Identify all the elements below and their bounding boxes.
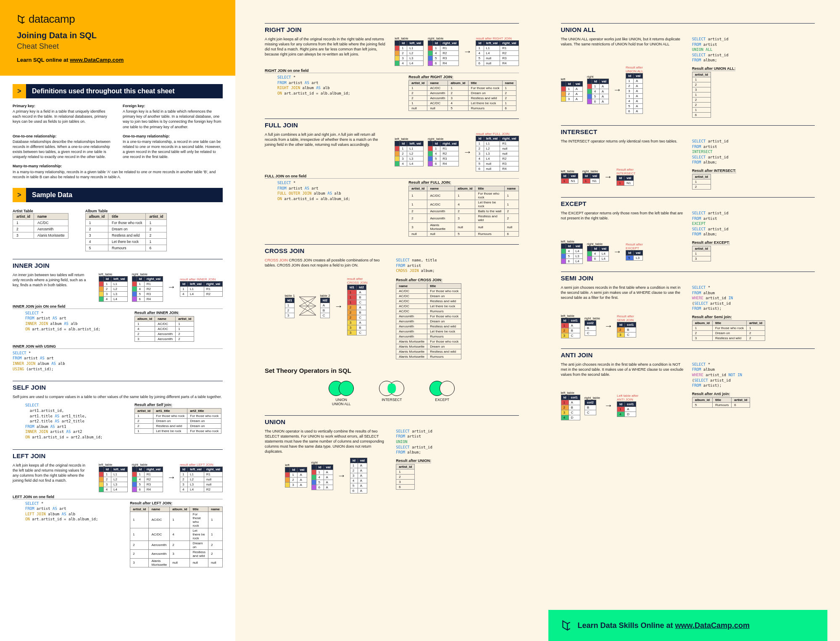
- def-o2m-term: One-to-many relationship:: [123, 134, 223, 139]
- header-block: datacamp Joining Data in SQL Cheat Sheet…: [0, 0, 235, 76]
- anti-code: SELECT * FROM album WHERE artist_id NOT …: [692, 362, 815, 388]
- self-result-table: artist_idart1_titleart2_title1For those …: [134, 408, 221, 434]
- album-caption: Album Table: [85, 209, 167, 213]
- full-diagram: left_table idleft_val 1L12L2 3L34L4 righ…: [395, 132, 519, 171]
- chevron-icon: >: [13, 188, 26, 202]
- arrow-icon: →: [613, 247, 621, 256]
- except-result-table: artist_id13: [692, 246, 711, 261]
- intersect-diagram: left_table idval 1N1 right_table idval 1…: [561, 168, 684, 186]
- cross-code: SELECT name, title FROM artist CROSS JOI…: [396, 258, 519, 274]
- except-res-label: Result after EXCEPT:: [692, 240, 730, 245]
- arrow-icon: →: [463, 147, 471, 157]
- arrow-icon: →: [337, 471, 346, 480]
- album-table: album_idtitleartist_id1For those who roc…: [85, 213, 167, 251]
- cross-desc: CROSS JOIN CROSS JOIN creates all possib…: [265, 258, 387, 268]
- definitions-grid: Primary key: A primary key is a field in…: [0, 103, 235, 179]
- logo: datacamp: [17, 13, 219, 26]
- inner-code2: SELECT * FROM artist AS art INNER JOIN a…: [13, 351, 223, 372]
- semi-diagram: left_table idcol1 1A2B3C right_table col…: [561, 314, 684, 338]
- column-left: datacamp Joining Data in SQL Cheat Sheet…: [0, 0, 235, 641]
- unionall-result-table: artist_id12312216: [692, 72, 711, 118]
- union-result-table: artist_id1236: [396, 464, 415, 490]
- arrow-icon: →: [613, 85, 621, 95]
- definitions-bar: > Definitions used throughout this cheat…: [13, 84, 223, 98]
- arrow-icon: →: [604, 401, 613, 410]
- semi-result-table: album_idtitleartist_id1For those who roc…: [692, 320, 765, 341]
- right-code: SELECT * FROM artist AS art RIGHT JOIN a…: [277, 75, 387, 96]
- full-join-h: FULL JOIN: [265, 119, 519, 129]
- union-desc: The UNION operator is used to vertically…: [265, 429, 387, 454]
- unionall-h: UNION ALL: [561, 23, 815, 33]
- left-code: SELECT * FROM artist AS art LEFT JOIN al…: [25, 501, 109, 522]
- intersect-res-label: Result after INTERSECT:: [692, 169, 736, 173]
- def-o2m-body: In a one-to-many relationship, a record …: [123, 139, 223, 160]
- anti-h: ANTI JOIN: [561, 348, 815, 359]
- left-result-table: artist_idnamealbum_idtitlename1AC/DC1For…: [130, 506, 223, 567]
- semi-res-label: Result after Semi join:: [692, 315, 732, 319]
- right-sub: RIGHT JOIN on one field: [265, 69, 519, 73]
- arrow-icon: →: [604, 321, 613, 331]
- datacamp-logo-icon: [561, 620, 572, 631]
- self-join-h: SELF JOIN: [13, 381, 223, 391]
- intersect-h: INTERSECT: [561, 125, 815, 135]
- brand-text: datacamp: [29, 13, 75, 26]
- unionall-desc: The UNION ALL operator works just like U…: [561, 37, 684, 47]
- left-join-h: LEFT JOIN: [13, 449, 223, 459]
- full-res-label: Result after FULL JOIN:: [408, 180, 451, 185]
- inner-sub1: INNER JOIN join ON one field: [13, 304, 223, 309]
- self-desc: Self-joins are used to compare values in…: [13, 394, 223, 399]
- anti-diagram: left_table idcol1 1A2B 3C4D right_table …: [561, 391, 684, 420]
- cross-diagram: table 1 id1123 table 2 id2ABC → result a…: [265, 277, 387, 335]
- footer-banner[interactable]: Learn Data Skills Online at www.DataCamp…: [548, 610, 828, 641]
- inner-res-label: Result after INNER JOIN:: [134, 311, 179, 315]
- inner-result-table: album_idnameartist_id1AC/DC14AC/DC12Aero…: [134, 316, 194, 342]
- except-desc: The EXCEPT operator returns only those r…: [561, 211, 684, 221]
- datacamp-logo-icon: [17, 15, 26, 24]
- full-result-table: artist_idnamealbum_idtitlename1AC/DC1For…: [408, 186, 519, 237]
- cross-join-h: CROSS JOIN: [265, 244, 519, 254]
- unionall-diagram: left idval 1A2A 3A right idval 1A4A 5A6A…: [561, 66, 684, 114]
- arrow-icon: →: [604, 172, 612, 182]
- learn-link[interactable]: Learn SQL online at www.DataCamp.com: [17, 57, 219, 63]
- union-diagram: left idval 1A2A 3A right idval 1A4A 5A6A…: [265, 458, 387, 493]
- intersect-code: SELECT artist_id FROM artist INTERSECT S…: [692, 139, 815, 165]
- setops-heading: Set Theory Operators in SQL: [265, 367, 519, 374]
- left-res-label: Result after LEFT JOIN:: [130, 501, 172, 506]
- left-desc: A left join keeps all of the original re…: [13, 463, 90, 483]
- right-result-table: artist_idnamealbum_idtitlename1AC/DC1For…: [408, 80, 516, 111]
- intersect-result-table: artist_id12: [692, 174, 711, 190]
- def-pk-body: A primary key is a field in a table that…: [13, 109, 113, 124]
- semi-h: SEMI JOIN: [561, 272, 815, 282]
- except-code: SELECT artist_id FROM artist EXCEPT SELE…: [692, 211, 815, 237]
- full-sub: FULL JOIN on one field: [265, 174, 519, 179]
- arrow-icon: →: [463, 47, 471, 56]
- unionall-code: SELECT artist_id FROM artist UNION ALL S…: [692, 37, 815, 63]
- def-o2o-body: Database relationships describe the rela…: [13, 139, 113, 160]
- semi-code: SELECT * FROM album WHERE artist_id IN (…: [692, 285, 815, 311]
- sample-title: Sample Data: [26, 188, 223, 202]
- def-pk-term: Primary key:: [13, 103, 113, 108]
- chevron-icon: >: [13, 84, 26, 98]
- union-res-label: Result after UNION:: [396, 459, 431, 463]
- right-join-h: RIGHT JOIN: [265, 23, 519, 33]
- def-o2o-term: One-to-one relationship:: [13, 134, 113, 139]
- except-h: EXCEPT: [561, 197, 815, 207]
- page-title: Joining Data in SQL: [17, 31, 219, 40]
- intersect-desc: The INTERSECT operator returns only iden…: [561, 139, 684, 144]
- sample-data: Artist Table artist_idname1AC/DC2Aerosmi…: [0, 209, 235, 251]
- left-diagram: left_table idleft_val 1L12L2 3L34L4 righ…: [99, 463, 223, 492]
- column-right: UNION ALL The UNION ALL operator works j…: [548, 0, 828, 641]
- cross-result-table: nametitleAC/DCFor those who rockAC/DCDre…: [396, 283, 461, 359]
- def-fk-body: A foreign key is a field in a table whic…: [123, 109, 223, 129]
- left-sub: LEFT JOIN on one field: [13, 495, 223, 499]
- self-code: SELECT art1.artist_id, art1.title AS art…: [25, 403, 113, 440]
- venn-row: UNIONUNION ALL INTERSECT EXCEPT: [252, 381, 532, 406]
- column-mid: RIGHT JOIN A right join keeps all of the…: [252, 0, 532, 641]
- right-diagram: left_table idleft_val 1L12L2 3L34L4 righ…: [395, 37, 519, 66]
- inner-sub2: INNER JOIN with USING: [13, 344, 223, 349]
- arrow-icon: →: [167, 282, 176, 292]
- right-res-label: Result after RIGHT JOIN:: [408, 75, 453, 79]
- artist-caption: Artist Table: [13, 209, 68, 213]
- self-res-label: Result after Self join:: [134, 403, 172, 407]
- cross-res-label: Result after CROSS JOIN:: [396, 278, 442, 282]
